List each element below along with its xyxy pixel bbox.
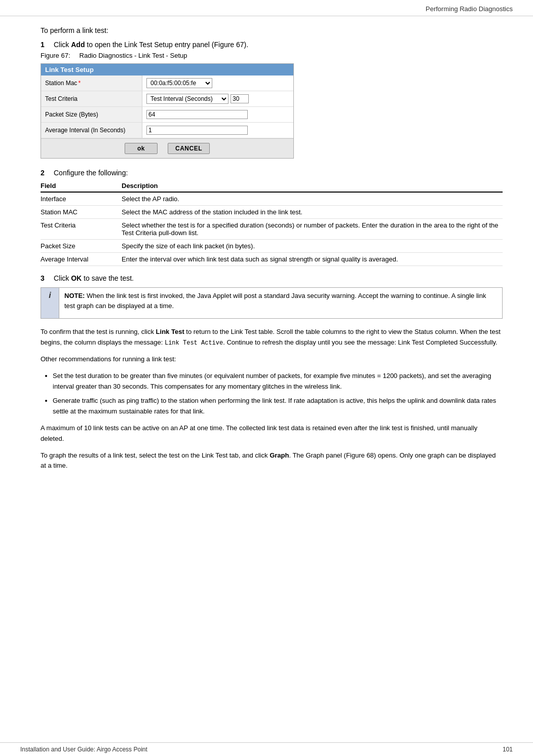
field-name-4: Average Interval <box>41 253 122 266</box>
cancel-button[interactable]: CANCEL <box>168 143 210 154</box>
table-row: InterfaceSelect the AP radio. <box>41 192 503 206</box>
table-row: Test CriteriaSelect whether the test is … <box>41 219 503 240</box>
page-content: To perform a link test: 1 Click Add to o… <box>0 16 533 487</box>
step-1-num: 1 <box>41 41 51 49</box>
note-text: When the link test is first invoked, the… <box>64 292 486 310</box>
note-label: NOTE: <box>64 292 85 299</box>
test-criteria-label: Test Criteria <box>41 91 142 106</box>
bullet-item-1: Set the test duration to be greater than… <box>53 371 503 392</box>
footer-left: Installation and User Guide: Airgo Acces… <box>20 746 147 753</box>
step-2-text: Configure the following: <box>54 169 128 177</box>
col-header-field: Field <box>41 180 122 192</box>
test-criteria-input[interactable] <box>231 94 249 103</box>
body-para-1: To confirm that the test is running, cli… <box>41 327 503 348</box>
station-mac-field: 00:0a:f5:00:05:fe <box>142 76 293 90</box>
closing-para-2: To graph the results of a link test, sel… <box>41 450 503 472</box>
step-3-num: 3 <box>41 274 51 282</box>
setup-panel-body: Station Mac * 00:0a:f5:00:05:fe Test Cri… <box>41 75 293 158</box>
field-description-table: Field Description InterfaceSelect the AP… <box>41 180 503 266</box>
page-header: Performing Radio Diagnostics <box>0 0 533 16</box>
note-content: NOTE: When the link test is first invoke… <box>59 288 502 318</box>
setup-buttons-row: ok CANCEL <box>41 138 293 158</box>
figure-caption: Figure 67: Radio Diagnostics - Link Test… <box>41 52 503 59</box>
field-desc-1: Select the MAC address of the station in… <box>122 206 503 219</box>
setup-panel-header: Link Test Setup <box>41 64 293 75</box>
intro-text: To perform a link test: <box>41 26 503 34</box>
step-2-num: 2 <box>41 169 51 177</box>
field-name-2: Test Criteria <box>41 219 122 240</box>
table-row: Average IntervalEnter the interval over … <box>41 253 503 266</box>
table-row: Station MACSelect the MAC address of the… <box>41 206 503 219</box>
step-1-text: Click Add to open the Link Test Setup en… <box>54 41 248 49</box>
bullet-item-2: Generate traffic (such as ping traffic) … <box>53 396 503 417</box>
table-row: Packet SizeSpecify the size of each link… <box>41 240 503 253</box>
test-criteria-row: Test Criteria Test Interval (Seconds) <box>41 91 293 107</box>
note-icon: i <box>41 288 59 318</box>
packet-size-row: Packet Size (Bytes) <box>41 107 293 123</box>
station-mac-select[interactable]: 00:0a:f5:00:05:fe <box>146 78 212 88</box>
step-3-line: 3 Click OK to save the test. <box>41 274 503 282</box>
link-test-setup-panel: Link Test Setup Station Mac * 00:0a:f5:0… <box>41 63 294 159</box>
step-2: 2 Configure the following: Field Descrip… <box>41 169 503 266</box>
note-box: i NOTE: When the link test is first invo… <box>41 287 503 319</box>
average-interval-label: Average Interval (In Seconds) <box>41 123 142 138</box>
test-criteria-field: Test Interval (Seconds) <box>142 92 293 106</box>
station-mac-row: Station Mac * 00:0a:f5:00:05:fe <box>41 75 293 91</box>
average-interval-input[interactable] <box>146 126 248 135</box>
figure-title: Radio Diagnostics - Link Test - Setup <box>80 52 187 59</box>
field-desc-3: Specify the size of each link packet (in… <box>122 240 503 253</box>
closing-para-1: A maximum of 10 link tests can be active… <box>41 423 503 444</box>
bullet-list: Set the test duration to be greater than… <box>53 371 503 417</box>
page-footer: Installation and User Guide: Airgo Acces… <box>0 742 533 756</box>
test-criteria-select[interactable]: Test Interval (Seconds) <box>146 94 229 104</box>
packet-size-input[interactable] <box>146 110 248 119</box>
required-indicator: * <box>78 80 81 87</box>
field-name-1: Station MAC <box>41 206 122 219</box>
footer-right: 101 <box>503 746 513 753</box>
col-header-description: Description <box>122 180 503 192</box>
ok-button[interactable]: ok <box>125 143 158 154</box>
station-mac-label: Station Mac * <box>41 75 142 91</box>
packet-size-field <box>142 108 293 121</box>
step-2-line: 2 Configure the following: <box>41 169 503 177</box>
step-1: 1 Click Add to open the Link Test Setup … <box>41 41 503 159</box>
average-interval-field <box>142 124 293 137</box>
field-name-3: Packet Size <box>41 240 122 253</box>
field-desc-4: Enter the interval over which link test … <box>122 253 503 266</box>
header-title: Performing Radio Diagnostics <box>426 5 513 13</box>
field-desc-0: Select the AP radio. <box>122 192 503 206</box>
step-1-line: 1 Click Add to open the Link Test Setup … <box>41 41 503 49</box>
body-para-2: Other recommendations for running a link… <box>41 354 503 365</box>
packet-size-label: Packet Size (Bytes) <box>41 107 142 122</box>
field-name-0: Interface <box>41 192 122 206</box>
step-3: 3 Click OK to save the test. i NOTE: Whe… <box>41 274 503 319</box>
step-3-text: Click OK to save the test. <box>54 274 134 282</box>
field-desc-2: Select whether the test is for a specifi… <box>122 219 503 240</box>
average-interval-row: Average Interval (In Seconds) <box>41 123 293 138</box>
figure-label: Figure 67: <box>41 52 70 59</box>
